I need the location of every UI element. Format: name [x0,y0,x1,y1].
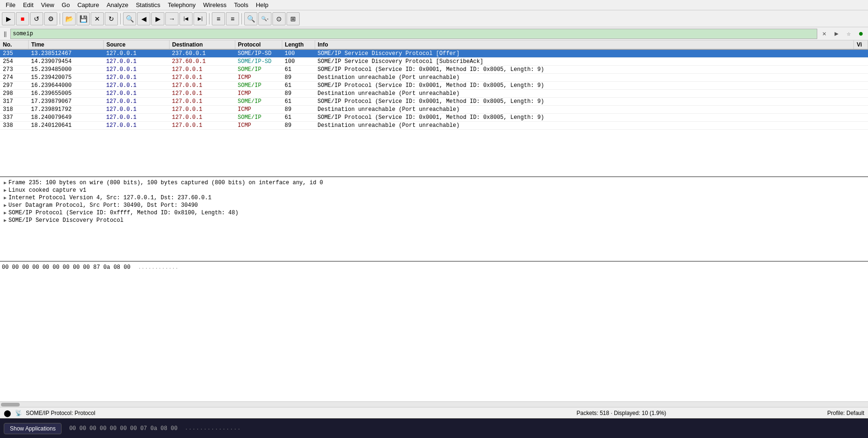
filter-apply-icon[interactable]: ▶ [831,29,842,39]
next-packet-btn[interactable]: ▶ [151,12,164,25]
menu-tools[interactable]: Tools [230,0,252,9]
menubar: File Edit View Go Capture Analyze Statis… [0,0,868,10]
detail-row[interactable]: ▶User Datagram Protocol, Src Port: 30490… [2,202,866,209]
cell-no: 317 [0,98,28,106]
cell-destination: 237.60.0.1 [169,49,235,58]
cell-vi [854,58,868,66]
go-packet-btn[interactable]: → [165,12,178,25]
cell-info: SOME/IP Protocol (Service ID: 0x0001, Me… [315,82,854,90]
close-file-btn[interactable]: ✕ [91,12,104,25]
table-row[interactable]: 337 18.240079649 127.0.0.1 127.0.0.1 SOM… [0,114,868,122]
filter-clear-icon[interactable]: ✕ [819,29,829,39]
table-row[interactable]: 254 14.239079454 127.0.0.1 237.60.0.1 SO… [0,58,868,66]
detail-text: User Datagram Protocol, Src Port: 30490,… [8,202,198,209]
resize-columns-btn[interactable]: ⊞ [287,12,300,25]
autoscroll-btn[interactable]: ≡ [226,12,239,25]
find-packet-btn[interactable]: 🔍 [123,12,136,25]
filter-bookmark-icon[interactable]: ☆ [844,29,854,39]
first-packet-btn[interactable]: |◀ [179,12,193,25]
zoom-in-btn[interactable]: 🔍 [244,12,257,25]
cell-time: 17.239879067 [28,98,103,106]
cell-protocol: SOME/IP [235,66,282,74]
detail-row[interactable]: ▶SOME/IP Protocol (Service ID: 0xffff, M… [2,209,866,217]
detail-row[interactable]: ▶Internet Protocol Version 4, Src: 127.0… [2,194,866,202]
restart-capture-btn[interactable]: ↺ [30,12,43,25]
cell-length: 89 [282,74,315,82]
menu-analyze[interactable]: Analyze [103,0,132,9]
menu-capture[interactable]: Capture [74,0,103,9]
filter-input[interactable] [10,29,817,39]
cell-length: 89 [282,106,315,114]
cell-length: 89 [282,90,315,98]
cell-length: 61 [282,114,315,122]
prev-packet-btn[interactable]: ◀ [137,12,150,25]
menu-help[interactable]: Help [252,0,272,9]
menu-edit[interactable]: Edit [19,0,37,9]
table-row[interactable]: 298 16.239655005 127.0.0.1 127.0.0.1 ICM… [0,90,868,98]
filter-green-dot: ● [856,29,866,39]
detail-text: Linux cooked capture v1 [8,187,86,194]
table-row[interactable]: 297 16.239644000 127.0.0.1 127.0.0.1 SOM… [0,82,868,90]
detail-expand-icon: ▶ [4,188,7,193]
packet-list-container[interactable]: No. Time Source Destination Protocol Len… [0,40,868,177]
col-header-protocol[interactable]: Protocol [235,40,282,49]
col-header-time[interactable]: Time [28,40,103,49]
packet-detail[interactable]: ▶Frame 235: 100 bytes on wire (800 bits)… [0,177,868,262]
hscroll-area[interactable] [0,401,868,407]
col-header-no[interactable]: No. [0,40,28,49]
detail-text: SOME/IP Protocol (Service ID: 0xffff, Me… [8,210,239,216]
open-file-btn[interactable]: 📂 [62,12,76,25]
cell-info: Destination unreachable (Port unreachabl… [315,106,854,114]
cell-info: SOME/IP Protocol (Service ID: 0x0001, Me… [315,98,854,106]
detail-text: Internet Protocol Version 4, Src: 127.0.… [8,195,211,201]
cell-length: 89 [282,122,315,130]
capture-options-btn[interactable]: ⚙ [44,12,57,25]
table-row[interactable]: 317 17.239879067 127.0.0.1 127.0.0.1 SOM… [0,98,868,106]
menu-go[interactable]: Go [58,0,73,9]
toolbar: ▶ ■ ↺ ⚙ 📂 💾 ✕ ↻ 🔍 ◀ ▶ → |◀ ▶| ≡ ≡ 🔍 🔍- ⊙… [0,10,868,27]
col-header-length[interactable]: Length [282,40,315,49]
cell-vi [854,114,868,122]
last-packet-btn[interactable]: ▶| [194,12,207,25]
cell-source: 127.0.0.1 [103,74,169,82]
menu-view[interactable]: View [37,0,58,9]
filter-label: || [2,31,8,37]
statusbar-center: Packets: 518 · Displayed: 10 (1.9%) [416,410,828,416]
cell-destination: 127.0.0.1 [169,90,235,98]
stop-capture-btn[interactable]: ■ [16,12,29,25]
cell-info: SOME/IP Service Discovery Protocol [Subs… [315,58,854,66]
table-row[interactable]: 235 13.238512467 127.0.0.1 237.60.0.1 SO… [0,49,868,58]
detail-text: SOME/IP Service Discovery Protocol [8,217,124,224]
start-capture-btn[interactable]: ▶ [2,12,15,25]
menu-file[interactable]: File [2,0,19,9]
save-file-btn[interactable]: 💾 [77,12,90,25]
table-row[interactable]: 274 15.239420075 127.0.0.1 127.0.0.1 ICM… [0,74,868,82]
zoom-normal-btn[interactable]: ⊙ [272,12,286,25]
detail-row[interactable]: ▶Frame 235: 100 bytes on wire (800 bits)… [2,179,866,187]
reload-file-btn[interactable]: ↻ [105,12,118,25]
show-applications-button[interactable]: Show Applications [4,423,62,434]
colorize-btn[interactable]: ≡ [212,12,225,25]
table-row[interactable]: 273 15.239485000 127.0.0.1 127.0.0.1 SOM… [0,66,868,74]
cell-length: 61 [282,98,315,106]
cell-no: 318 [0,106,28,114]
col-header-vi[interactable]: Vi [854,40,868,49]
detail-row[interactable]: ▶Linux cooked capture v1 [2,187,866,194]
zoom-out-btn[interactable]: 🔍- [258,12,271,25]
menu-telephony[interactable]: Telephony [164,0,199,9]
cell-vi [854,82,868,90]
cell-info: SOME/IP Protocol (Service ID: 0x0001, Me… [315,114,854,122]
cell-destination: 127.0.0.1 [169,66,235,74]
table-row[interactable]: 318 17.239891792 127.0.0.1 127.0.0.1 ICM… [0,106,868,114]
menu-statistics[interactable]: Statistics [132,0,164,9]
col-header-info[interactable]: Info [315,40,854,49]
menu-wireless[interactable]: Wireless [199,0,230,9]
cell-time: 16.239655005 [28,90,103,98]
detail-row[interactable]: ▶SOME/IP Service Discovery Protocol [2,217,866,224]
cell-no: 254 [0,58,28,66]
col-header-source[interactable]: Source [103,40,169,49]
hscroll-thumb[interactable] [1,403,20,407]
col-header-destination[interactable]: Destination [169,40,235,49]
cell-source: 127.0.0.1 [103,82,169,90]
table-row[interactable]: 338 18.240120641 127.0.0.1 127.0.0.1 ICM… [0,122,868,130]
